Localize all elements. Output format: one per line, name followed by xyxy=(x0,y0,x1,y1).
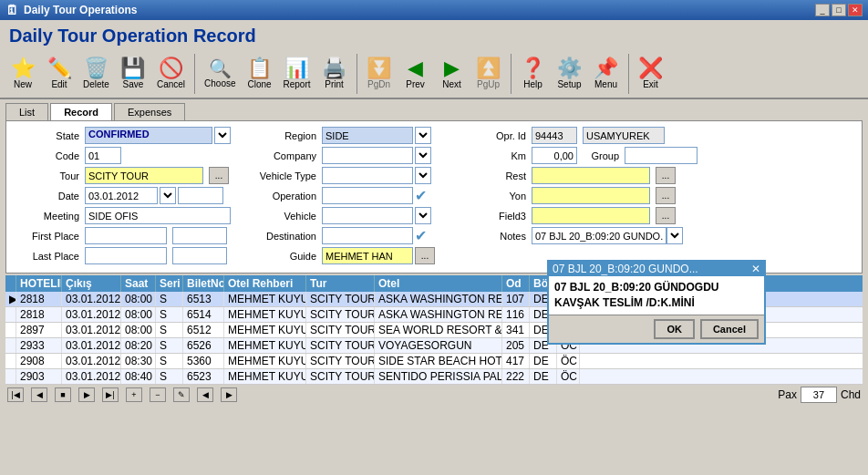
report-button[interactable]: 📊 Report xyxy=(279,56,315,92)
setup-button[interactable]: ⚙️ Setup xyxy=(553,56,587,92)
nav-first-button[interactable]: |◀ xyxy=(7,387,24,402)
next-button[interactable]: ▶ Next xyxy=(435,56,470,92)
nav-prev-button[interactable]: ◀ xyxy=(31,387,47,402)
guide-dots-button[interactable]: ... xyxy=(415,247,435,264)
grid-cell: SCITY TOUR xyxy=(306,323,375,337)
company-label: Company xyxy=(251,150,316,161)
company-input[interactable] xyxy=(322,147,413,164)
rest-dots-button[interactable]: ... xyxy=(656,167,676,184)
region-select[interactable]: ▼ xyxy=(415,127,431,144)
first-place-input2[interactable] xyxy=(172,227,227,244)
nav-edit-button[interactable]: ✎ xyxy=(173,387,190,402)
date-input[interactable] xyxy=(85,187,158,204)
dropdown-close-icon[interactable]: ✕ xyxy=(751,263,760,275)
grid-cell: 03.01.2012 xyxy=(62,369,121,384)
cancel-button[interactable]: 🚫 Cancel xyxy=(152,56,190,92)
grid-cell: 03.01.2012 xyxy=(62,338,121,353)
grid-cell: MEHMET KUYUK xyxy=(224,354,306,368)
new-button[interactable]: ⭐ New xyxy=(5,56,40,92)
menu-button[interactable]: 📌 Menu xyxy=(589,56,624,92)
tour-input[interactable] xyxy=(85,167,203,184)
notes-select[interactable]: ▼ xyxy=(666,227,683,244)
col-seri: Seri xyxy=(156,275,183,292)
ok-button[interactable]: OK xyxy=(654,319,695,339)
pax-input[interactable] xyxy=(801,387,837,403)
prev-button[interactable]: ◀ Prev xyxy=(398,56,433,92)
km-input[interactable] xyxy=(532,147,577,164)
rest-input[interactable] xyxy=(532,167,650,184)
minimize-button[interactable]: _ xyxy=(815,4,830,16)
close-button[interactable]: ✕ xyxy=(848,4,863,16)
table-row[interactable]: 290803.01.201208:30S5360MEHMET KUYUKSCIT… xyxy=(5,354,863,369)
dropdown-title: 07 BJL 20_B:09:20 GUNDO... xyxy=(553,263,698,275)
notes-input[interactable] xyxy=(532,227,666,244)
destination-check-icon[interactable]: ✔ xyxy=(415,227,427,244)
date-extra-input[interactable] xyxy=(178,187,223,204)
meeting-input[interactable] xyxy=(85,207,231,224)
last-place-input[interactable] xyxy=(85,247,167,264)
nav-stop-button[interactable]: ■ xyxy=(55,387,71,402)
tab-bar: List Record Expenses xyxy=(0,99,868,120)
pgup-button[interactable]: ⏫ PgUp xyxy=(471,56,506,92)
exit-button[interactable]: ❌ Exit xyxy=(634,56,668,92)
nav-next-button[interactable]: ▶ xyxy=(78,387,95,402)
form-area: State CONFIRMED ▼ Code Tour ... Date xyxy=(5,120,863,274)
meeting-label: Meeting xyxy=(14,211,79,222)
last-place-input2[interactable] xyxy=(172,247,227,264)
menu-icon: 📌 xyxy=(594,58,618,78)
pgdn-button[interactable]: ⏬ PgDn xyxy=(362,56,397,92)
yon-dots-button[interactable]: ... xyxy=(656,187,676,204)
vehicle-select[interactable]: ▼ xyxy=(415,207,431,224)
tab-record[interactable]: Record xyxy=(50,103,112,120)
exit-icon: ❌ xyxy=(638,58,663,78)
table-row[interactable]: 290303.01.201208:40S6523MEHMET KUYUKSCIT… xyxy=(5,369,863,385)
first-place-input[interactable] xyxy=(85,227,167,244)
nav-last-button[interactable]: ▶| xyxy=(102,387,119,402)
nav-add-button[interactable]: + xyxy=(126,387,142,402)
bottom-bar: |◀ ◀ ■ ▶ ▶| + − ✎ ◀ ▶ Pax Chd xyxy=(0,385,868,405)
edit-button[interactable]: ✏️ Edit xyxy=(42,56,77,92)
company-select[interactable]: ▼ xyxy=(415,147,431,164)
date-select[interactable]: ▼ xyxy=(160,187,176,204)
code-input[interactable] xyxy=(85,147,121,164)
help-button[interactable]: ❓ Help xyxy=(516,56,551,92)
yon-input[interactable] xyxy=(532,187,650,204)
guide-input[interactable] xyxy=(322,247,413,264)
dropdown-content: 07 BJL 20_B:09:20 GÜNDOGDU KAVŞAK TESLİM… xyxy=(549,276,764,315)
state-select[interactable]: ▼ xyxy=(214,127,231,144)
vehicle-input[interactable] xyxy=(322,207,413,224)
cancel-dialog-button[interactable]: Cancel xyxy=(700,319,759,339)
field3-dots-button[interactable]: ... xyxy=(656,207,676,224)
tab-expenses[interactable]: Expenses xyxy=(114,103,185,120)
grid-cell: 2908 xyxy=(16,354,62,368)
destination-input[interactable] xyxy=(322,227,413,244)
vehicle-type-select[interactable]: ▼ xyxy=(415,167,431,184)
grid-cell: MEHMET KUYUK xyxy=(224,323,306,337)
maximize-button[interactable]: □ xyxy=(832,4,846,16)
operation-input[interactable] xyxy=(322,187,413,204)
clone-button[interactable]: 📋 Clone xyxy=(243,56,277,92)
operation-check-icon[interactable]: ✔ xyxy=(415,187,427,204)
field3-input[interactable] xyxy=(532,207,650,224)
choose-button[interactable]: 🔍 Choose xyxy=(200,57,240,91)
print-button[interactable]: 🖨️ Print xyxy=(317,56,352,92)
delete-button[interactable]: 🗑️ Delete xyxy=(78,56,114,92)
save-button[interactable]: 💾 Save xyxy=(116,56,150,92)
region-input[interactable] xyxy=(322,127,413,144)
grid-cell: 03.01.2012 xyxy=(62,292,121,306)
grid-cell: SCITY TOUR xyxy=(306,292,375,306)
km-label: Km xyxy=(460,150,526,161)
tour-dots-button[interactable]: ... xyxy=(209,167,229,184)
grid-cell: ÖC xyxy=(557,354,580,368)
nav-remove-button[interactable]: − xyxy=(150,387,166,402)
nav-scroll-right-button[interactable]: ▶ xyxy=(221,387,237,402)
nav-scroll-left-button[interactable]: ◀ xyxy=(197,387,213,402)
vehicle-type-input[interactable] xyxy=(322,167,413,184)
main-window: Daily Tour Operation Record ⭐ New ✏️ Edi… xyxy=(0,20,868,475)
opr-id-label: Opr. Id xyxy=(460,130,526,141)
tab-list[interactable]: List xyxy=(5,103,48,120)
col-hotelid: HOTELID xyxy=(16,275,62,292)
delete-icon: 🗑️ xyxy=(84,58,108,78)
group-input[interactable] xyxy=(625,147,698,164)
grid-cell: 205 xyxy=(502,338,530,353)
